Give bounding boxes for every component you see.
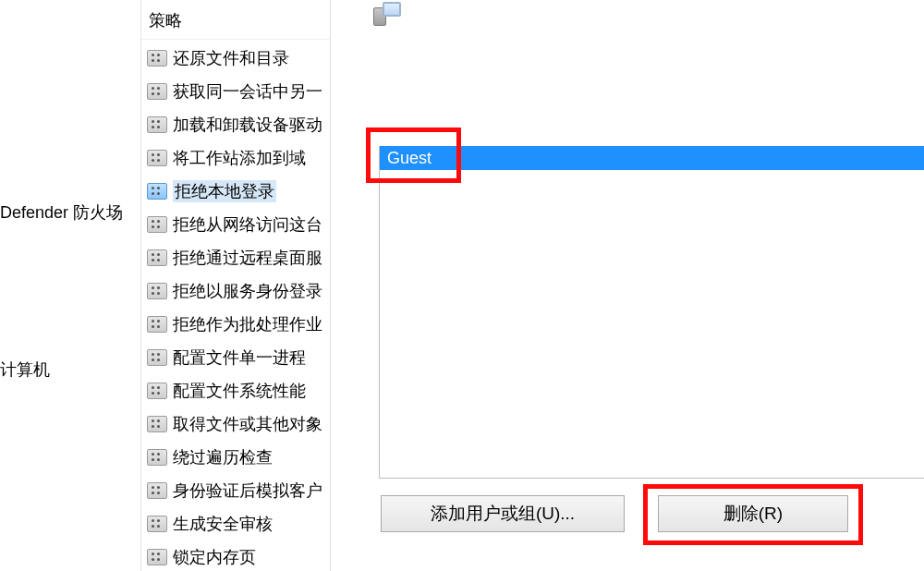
policy-icon [147, 216, 167, 233]
policy-item-label: 生成安全审核 [173, 513, 273, 535]
policy-item[interactable]: 拒绝作为批处理作业 [141, 308, 330, 341]
policy-item-label: 还原文件和目录 [173, 47, 289, 69]
policy-item-label: 取得文件或其他对象 [173, 413, 322, 435]
policy-icon [147, 549, 167, 565]
policy-item-label: 拒绝以服务身份登录 [173, 280, 322, 302]
policy-item-label: 身份验证后模拟客户 [173, 480, 322, 502]
policy-icon [147, 316, 167, 333]
policy-icon [147, 116, 167, 133]
tree-node-computer[interactable]: 计算机 [0, 358, 50, 381]
policy-item[interactable]: 拒绝从网络访问这台 [141, 208, 330, 241]
policy-icon [147, 383, 167, 399]
policy-item-label: 拒绝本地登录 [173, 180, 276, 202]
policy-item[interactable]: 拒绝以服务身份登录 [141, 274, 330, 308]
policy-icon [147, 416, 167, 432]
policy-item[interactable]: 加载和卸载设备驱动 [141, 108, 330, 141]
policy-item[interactable]: 配置文件单一进程 [141, 341, 330, 374]
policy-icon [147, 183, 167, 200]
policy-item-label: 锁定内存页 [173, 546, 256, 568]
policy-item[interactable]: 拒绝本地登录 [141, 175, 330, 208]
policy-item-label: 拒绝通过远程桌面服 [173, 247, 322, 269]
policy-icon [147, 482, 167, 499]
policy-item[interactable]: 还原文件和目录 [141, 42, 330, 75]
members-listbox[interactable]: Guest [379, 146, 924, 479]
computer-icon [373, 2, 401, 30]
policy-item-label: 绕过遍历检查 [173, 446, 273, 468]
policy-icon [147, 349, 167, 366]
policy-icon [147, 516, 167, 532]
policy-item[interactable]: 锁定内存页 [141, 541, 330, 571]
policy-icon [147, 150, 167, 166]
add-user-or-group-button[interactable]: 添加用户或组(U)... [381, 495, 625, 532]
policy-item-label: 拒绝从网络访问这台 [173, 213, 322, 236]
policy-list-panel: 策略 还原文件和目录获取同一会话中另一加载和卸载设备驱动将工作站添加到域拒绝本地… [140, 0, 331, 571]
policy-item[interactable]: 绕过遍历检查 [141, 441, 330, 474]
policy-item[interactable]: 生成安全审核 [141, 507, 330, 541]
policy-item[interactable]: 配置文件系统性能 [141, 374, 330, 407]
policy-icon [147, 283, 167, 299]
policy-item-label: 将工作站添加到域 [173, 147, 306, 169]
policy-item[interactable]: 身份验证后模拟客户 [141, 474, 330, 507]
tree-node-defender[interactable]: Defender 防火场 [0, 201, 123, 224]
remove-button[interactable]: 删除(R) [658, 495, 848, 532]
policy-icon [147, 83, 167, 100]
policy-item[interactable]: 取得文件或其他对象 [141, 407, 330, 441]
policy-item[interactable]: 获取同一会话中另一 [141, 75, 330, 108]
policy-list-header: 策略 [141, 0, 330, 40]
policy-item-label: 加载和卸载设备驱动 [173, 114, 322, 136]
policy-item-label: 获取同一会话中另一 [173, 80, 322, 103]
policy-item[interactable]: 拒绝通过远程桌面服 [141, 241, 330, 274]
policy-icon [147, 50, 167, 67]
policy-icon [147, 449, 167, 466]
policy-item-label: 配置文件单一进程 [173, 346, 306, 369]
policy-item-label: 配置文件系统性能 [173, 380, 306, 402]
policy-item[interactable]: 将工作站添加到域 [141, 141, 330, 175]
member-row-selected[interactable]: Guest [380, 146, 924, 170]
policy-item-label: 拒绝作为批处理作业 [173, 313, 322, 335]
policy-icon [147, 249, 167, 266]
